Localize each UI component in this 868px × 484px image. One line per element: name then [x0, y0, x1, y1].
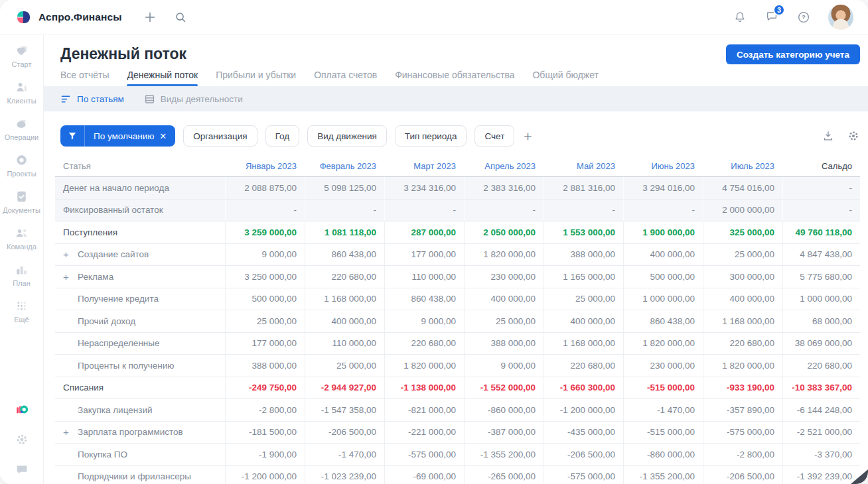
table-row[interactable]: Подрядчики и фрилансеры-1 200 000,00-1 0…: [55, 466, 860, 484]
sidebar-item-documents[interactable]: Документы: [2, 189, 42, 214]
brand[interactable]: Аспро.Финансы: [15, 9, 121, 26]
value-cell: -575 000,00: [384, 444, 464, 465]
row-label-cell: Фиксированный остаток: [55, 205, 225, 215]
view-subtab-0[interactable]: По статьям: [60, 93, 124, 105]
filter-chip-0[interactable]: Организация: [183, 125, 257, 147]
value-cell: 2 088 875,00: [225, 177, 305, 199]
value-cell: 1 165 000,00: [543, 266, 623, 288]
col-header-month-6[interactable]: Июнь 2023: [623, 161, 703, 171]
report-tab-5[interactable]: Общий бюджет: [532, 70, 598, 86]
team-icon: [14, 225, 29, 241]
table-row[interactable]: +Реклама3 250 000,00220 680,00110 000,00…: [55, 266, 860, 288]
aspro-finance-logo-icon: [15, 9, 32, 26]
value-cell: -387 000,00: [464, 422, 543, 444]
filter-chip-4[interactable]: Счет: [474, 125, 514, 147]
value-cell: 1 168 000,00: [703, 310, 782, 332]
report-tab-0[interactable]: Все отчёты: [60, 70, 109, 86]
value-cell: -860 000,00: [623, 444, 703, 465]
value-cell: -575 000,00: [703, 422, 782, 444]
col-header-month-4[interactable]: Апрель 2023: [464, 161, 543, 171]
filter-chip-3[interactable]: Тип периода: [395, 125, 467, 147]
expand-plus-icon[interactable]: +: [63, 426, 78, 438]
col-header-month-3[interactable]: Март 2023: [384, 161, 464, 171]
col-header-month-5[interactable]: Май 2023: [543, 161, 623, 171]
report-tab-4[interactable]: Финансовые обязательства: [395, 70, 514, 86]
value-cell: 1 820 000,00: [384, 355, 464, 377]
filter-chip-1[interactable]: Год: [265, 125, 300, 147]
sidebar-item-plan[interactable]: План: [2, 262, 42, 287]
row-label-cell: +Создание сайтов: [55, 249, 225, 260]
view-subtab-1[interactable]: Виды деятельности: [144, 93, 243, 105]
sidebar-item-operations[interactable]: Операции: [2, 116, 42, 141]
value-cell: -1 470,00: [623, 399, 703, 421]
row-label-cell: Поступления: [55, 227, 225, 237]
sidebar-item-label: Старт: [12, 60, 32, 68]
table-row[interactable]: +Зарплата программистов-181 500,00-206 5…: [55, 422, 860, 444]
quick-add-icon[interactable]: [143, 10, 157, 25]
saldo-cell: -3 370,00: [782, 444, 860, 465]
clear-filter-icon[interactable]: ✕: [159, 131, 167, 141]
value-cell: 1 000 000,00: [623, 288, 703, 310]
table-row[interactable]: Нераспределенные177 000,00110 000,00220 …: [55, 333, 860, 355]
table-row[interactable]: Получение кредита500 000,001 168 000,008…: [55, 288, 860, 311]
sidebar-item-team[interactable]: Команда: [2, 225, 42, 251]
value-cell: 287 000,00: [384, 221, 464, 243]
notifications-bell-icon[interactable]: [733, 10, 747, 25]
value-cell: 1 820 000,00: [703, 355, 782, 377]
filter-preset-chip[interactable]: По умолчанию ✕: [60, 125, 175, 147]
table-row[interactable]: Списания-249 750,00-2 944 927,00-1 138 0…: [55, 377, 860, 400]
table-row[interactable]: Прочий доход25 000,00400 000,009 000,002…: [55, 310, 860, 333]
table-row[interactable]: Поступления3 259 000,001 081 118,00287 0…: [55, 221, 860, 244]
search-icon[interactable]: [173, 10, 188, 25]
saldo-cell: -1 392 239,00: [782, 466, 860, 484]
report-tab-2[interactable]: Прибыли и убытки: [216, 70, 296, 86]
report-tab-1[interactable]: Денежный поток: [127, 70, 198, 86]
table-row[interactable]: Проценты к получению388 000,0025 000,001…: [55, 355, 860, 377]
help-icon[interactable]: ?: [796, 10, 811, 25]
filter-chip-2[interactable]: Вид движения: [307, 125, 387, 147]
table-row[interactable]: Фиксированный остаток------2 000 000,00-: [55, 200, 860, 222]
settings-gear-icon[interactable]: [15, 432, 29, 447]
value-cell: 1 553 000,00: [543, 221, 623, 243]
value-cell: 230 000,00: [623, 355, 703, 377]
report-tab-3[interactable]: Оплата счетов: [314, 70, 377, 86]
aspro-mini-logo-icon[interactable]: [15, 402, 29, 417]
value-cell: 177 000,00: [384, 244, 464, 266]
value-cell: 325 000,00: [703, 221, 782, 243]
user-avatar[interactable]: [828, 5, 853, 30]
expand-plus-icon[interactable]: +: [63, 249, 78, 260]
table-row[interactable]: Покупка ПО-1 900,00-1 470,00-575 000,00-…: [55, 444, 860, 466]
row-label-cell: +Зарплата программистов: [55, 426, 225, 438]
create-category-button[interactable]: Создать категорию учета: [726, 44, 860, 64]
value-cell: -: [464, 200, 543, 221]
table-row[interactable]: +Создание сайтов9 000,00860 438,00177 00…: [55, 244, 860, 267]
download-icon[interactable]: [822, 129, 835, 143]
value-cell: 400 000,00: [464, 288, 543, 310]
add-filter-icon[interactable]: +: [524, 129, 532, 143]
sidebar-item-projects[interactable]: Проекты: [2, 152, 42, 178]
col-header-month-7[interactable]: Июль 2023: [703, 161, 782, 171]
table-row[interactable]: Закупка лицензий-2 800,00-1 547 358,00-8…: [55, 399, 860, 422]
sidebar-item-more-grid[interactable]: Ещё: [2, 298, 42, 324]
col-header-month-2[interactable]: Февраль 2023: [305, 161, 384, 171]
value-cell: -515 000,00: [623, 377, 703, 399]
value-cell: -1 547 358,00: [305, 399, 384, 421]
row-label-cell: Списания: [55, 383, 225, 393]
sidebar-item-clients[interactable]: Клиенты: [2, 80, 42, 105]
col-header-month-1[interactable]: Январь 2023: [225, 161, 305, 171]
row-label: Денег на начало периода: [63, 183, 169, 193]
saldo-cell: 4 847 438,00: [782, 244, 860, 266]
support-chat-icon[interactable]: [15, 462, 29, 477]
row-label-cell: Нераспределенные: [55, 338, 225, 348]
table-settings-gear-icon[interactable]: [847, 129, 860, 143]
value-cell: 3 250 000,00: [225, 266, 305, 288]
sidebar-item-rocket[interactable]: Старт: [2, 43, 42, 68]
clients-icon: [14, 80, 29, 95]
value-cell: -821 000,00: [384, 399, 464, 421]
expand-plus-icon[interactable]: +: [63, 271, 78, 282]
value-cell: 2 000 000,00: [703, 200, 782, 221]
plan-icon: [14, 262, 29, 277]
sidebar-footer: [15, 402, 29, 484]
row-label: Фиксированный остаток: [63, 205, 163, 215]
table-row[interactable]: Денег на начало периода2 088 875,005 098…: [55, 177, 860, 200]
